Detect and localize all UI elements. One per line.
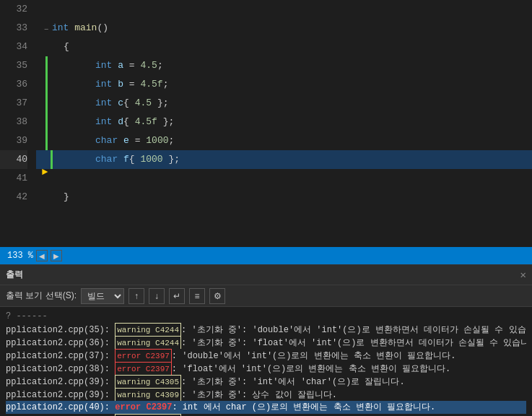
line-36-content: int b = 4.5f; (52, 75, 169, 94)
green-bar-39 (45, 131, 48, 150)
line-num-37: 37 (0, 94, 27, 113)
output-divider: ? ------ (6, 310, 526, 323)
code-line-41 (36, 169, 532, 188)
code-line-35: int a = 4.5; (36, 56, 532, 75)
line-34-content: { (52, 38, 69, 56)
output-toolbar: 출력 보기 선택(S): 빌드 ↑ ↓ ↵ ≡ ⚙ (0, 285, 532, 307)
code-line-33: ⚊ int main() (36, 19, 532, 38)
output-wrap-btn[interactable]: ↵ (169, 288, 185, 304)
line-num-32: 32 (0, 0, 27, 19)
output-msg-2: pplication2.cpp(36): warning C4244: '초기화… (6, 336, 526, 349)
green-bar-38 (45, 113, 48, 131)
code-line-32 (36, 0, 532, 19)
line-37-content: int c{ 4.5 }; (52, 94, 168, 113)
line-32-content (52, 0, 58, 19)
editor-statusbar: 133 % ◀ ▶ (0, 247, 532, 264)
zoom-label: 133 % (7, 251, 33, 261)
line-42-content: } (52, 188, 69, 207)
line-num-38: 38 (0, 113, 27, 131)
line-num-42: 42 (0, 188, 27, 207)
line-num-33: 33 (0, 19, 27, 38)
output-msg-1: pplication2.cpp(35): warning C4244: '초기화… (6, 323, 526, 336)
output-view-label: 출력 보기 선택(S): (6, 290, 77, 302)
code-line-36: int b = 4.5f; (36, 75, 532, 94)
line-num-39: 39 (0, 131, 27, 150)
code-line-34: { (36, 38, 532, 56)
collapse-icon-33[interactable]: ⚊ (44, 19, 48, 38)
output-view-select[interactable]: 빌드 (81, 288, 124, 304)
line-40-content: char f{ 1000 }; (52, 150, 180, 169)
panel-close-btn[interactable]: ✕ (520, 269, 526, 281)
line-39-content: char e = 1000; (52, 131, 174, 150)
code-line-38: int d{ 4.5f }; (36, 113, 532, 131)
line-num-40: 40 (0, 150, 27, 169)
line-33-content: int main() (52, 19, 108, 38)
green-bar-37 (45, 94, 48, 113)
code-line-37: int c{ 4.5 }; (36, 94, 532, 113)
output-down-btn[interactable]: ↓ (149, 288, 165, 304)
output-up-btn[interactable]: ↑ (128, 288, 144, 304)
code-line-39: char e = 1000; (36, 131, 532, 150)
output-msg-7: pplication2.cpp(40): error C2397: int 에서… (6, 401, 526, 414)
green-bar-36 (45, 75, 48, 94)
editor-area: 32 33 34 35 36 37 38 39 40 41 42 ⚊ int (0, 0, 532, 264)
line-num-36: 36 (0, 75, 27, 94)
green-bar-35 (45, 56, 48, 75)
output-panel: 출력 ✕ 출력 보기 선택(S): 빌드 ↑ ↓ ↵ ≡ ⚙ ? ------ … (0, 264, 532, 416)
line-38-content: int d{ 4.5f }; (52, 113, 174, 131)
line-num-41: 41 (0, 169, 27, 188)
output-msg-3: pplication2.cpp(37): error C2397: 'doubl… (6, 349, 526, 362)
zoom-control[interactable]: 133 % ◀ ▶ (7, 250, 62, 261)
output-align-btn[interactable]: ≡ (189, 288, 205, 304)
line-41-content (52, 169, 58, 188)
line-num-34: 34 (0, 38, 27, 56)
output-header: 출력 ✕ (0, 265, 532, 285)
line-35-content: int a = 4.5; (52, 56, 163, 75)
line-num-35: 35 (0, 56, 27, 75)
output-msg-6: pplication2.cpp(39): warning C4309: '초기화… (6, 388, 526, 401)
line-numbers: 32 33 34 35 36 37 38 39 40 41 42 (0, 0, 36, 247)
output-content[interactable]: ? ------ pplication2.cpp(35): warning C4… (0, 307, 532, 416)
output-msg-5: pplication2.cpp(39): warning C4305: '초기화… (6, 375, 526, 388)
green-bar-40 (51, 150, 53, 169)
output-panel-title: 출력 (6, 269, 23, 281)
code-container: 32 33 34 35 36 37 38 39 40 41 42 ⚊ int (0, 0, 532, 247)
zoom-decrease-btn[interactable]: ◀ (36, 250, 48, 261)
zoom-increase-btn[interactable]: ▶ (51, 250, 62, 261)
code-line-42: } (36, 188, 532, 207)
code-line-40: ► char f{ 1000 }; (36, 150, 532, 169)
gutter-33: ⚊ (42, 19, 52, 38)
output-settings-btn[interactable]: ⚙ (209, 288, 225, 304)
output-msg-4: pplication2.cpp(38): error C2397: 'float… (6, 362, 526, 375)
code-lines: ⚊ int main() { int a = 4.5; (36, 0, 532, 247)
